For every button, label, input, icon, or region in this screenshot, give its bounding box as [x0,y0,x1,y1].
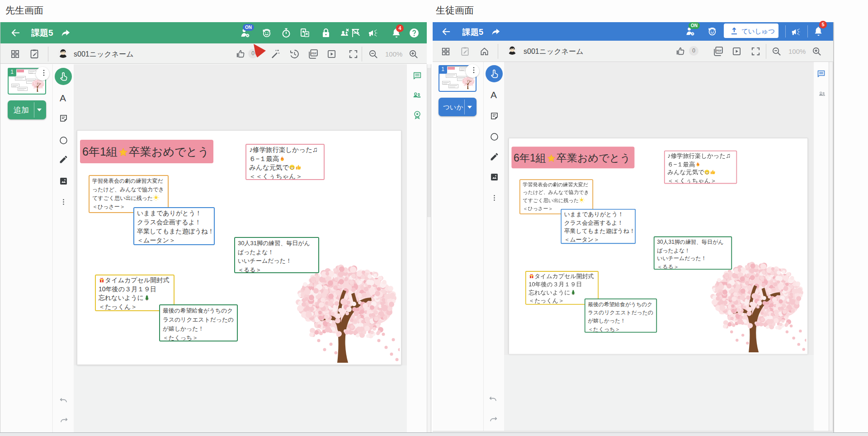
svg-text:PDF: PDF [311,52,317,55]
svg-text:PDF: PDF [717,49,722,52]
